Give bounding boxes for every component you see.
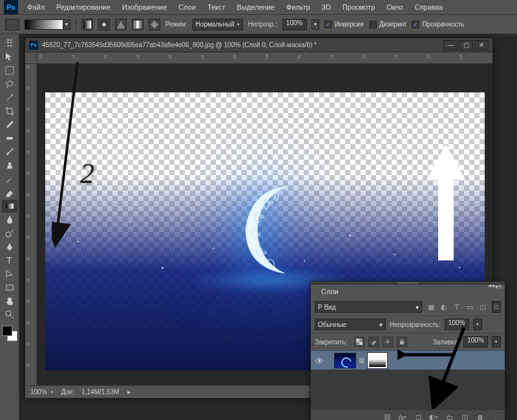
visibility-toggle[interactable] [313,355,325,366]
new-group-button[interactable]: 🗀 [444,412,454,421]
filter-pixel-icon[interactable]: ▦ [426,302,436,312]
gradient-linear-button[interactable] [81,19,93,30]
menu-image[interactable]: Изображение [117,1,172,13]
gradient-radial-button[interactable] [98,19,110,30]
ruler-origin[interactable] [25,52,37,64]
path-select-tool[interactable] [2,268,17,280]
window-minimize-button[interactable]: — [443,40,458,50]
eyedropper-tool[interactable] [2,118,17,131]
menu-text[interactable]: Текст [202,1,231,13]
layers-tab[interactable]: Слои [316,286,344,297]
layer-thumbnail[interactable] [334,353,356,368]
blur-tool[interactable] [2,213,17,226]
pen-tool[interactable] [2,240,17,253]
status-caret-icon[interactable]: ▸ [127,388,131,395]
rectangle-tool[interactable] [2,281,17,294]
svg-rect-17 [359,342,363,345]
type-tool[interactable]: T [2,254,17,267]
svg-rect-16 [356,339,359,342]
filter-smart-icon[interactable]: ◫ [478,302,488,312]
color-swatches[interactable] [2,326,17,341]
lock-all-button[interactable] [397,337,407,347]
docsize-label: Док: [61,388,74,395]
fill-input[interactable]: 100% [463,336,488,348]
reverse-checkbox[interactable]: ✓Инверсия [324,21,364,28]
tab-grip-icon[interactable]: ⠿ [2,37,17,50]
move-tool[interactable] [2,50,17,63]
dodge-tool[interactable] [2,227,17,240]
zoom-level[interactable]: 100% [30,388,47,395]
opacity-input-panel[interactable]: 100% [445,319,469,330]
svg-rect-6 [6,204,14,209]
layer-fx-button[interactable]: fx▾ [397,412,408,421]
blend-mode-select-panel[interactable]: Обычные▾ [315,319,386,330]
gradient-dropdown[interactable]: ▾ [63,19,70,30]
crop-tool[interactable] [2,105,17,118]
gradient-diamond-button[interactable] [149,19,160,30]
window-close-button[interactable]: ✕ [474,40,489,50]
adjustment-layer-button[interactable]: ◐▾ [428,412,439,421]
add-mask-button[interactable]: ◻ [413,412,423,421]
foreground-color-swatch[interactable] [2,326,12,336]
filter-toggle[interactable]: ▢ [492,301,501,313]
delete-layer-button[interactable]: 🗑 [475,412,485,421]
healing-brush-tool[interactable] [2,132,17,145]
fill-dropdown[interactable]: ▾ [492,336,501,348]
menu-layers[interactable]: Слои [173,1,201,13]
panel-menu-icon[interactable]: ▾≡ [495,283,502,290]
filter-shape-icon[interactable]: ▭ [465,302,475,312]
menu-bar: Ps Файл Редактирование Изображение Слои … [0,0,517,15]
menu-help[interactable]: Справка [410,1,448,13]
history-brush-tool[interactable] [2,173,17,185]
horizontal-ruler[interactable]: 05050505050505 [37,52,492,64]
layer-row[interactable]: ⛓ [311,351,505,370]
clone-stamp-tool[interactable] [2,159,17,172]
filter-adjustment-icon[interactable]: ◐ [439,302,449,312]
menu-filter[interactable]: Фильтр [281,1,315,13]
panel-collapse-icon[interactable]: ◂◂ [488,282,494,289]
menu-window[interactable]: Окно [381,1,408,13]
layer-filter-kind[interactable]: Р Вид▾ [315,301,422,313]
menu-edit[interactable]: Редактирование [51,1,116,13]
vertical-ruler[interactable]: 505050505050505 [25,52,37,385]
hand-tool[interactable] [2,295,17,308]
mask-thumbnail[interactable] [368,353,387,368]
document-titlebar[interactable]: Ps 45820_77_7c763545d35609d05ea77ab43a8e… [25,38,492,52]
dither-checkbox[interactable]: Дизеринг [369,21,407,28]
svg-rect-18 [400,341,404,344]
blend-mode-select[interactable]: Нормальный▾ [193,19,243,30]
panel-resize-grip[interactable]: ⋰ [491,412,501,421]
menu-select[interactable]: Выделение [232,1,280,13]
gradient-reflected-button[interactable] [132,19,143,30]
opacity-input[interactable]: 100% [282,19,307,30]
mask-link-icon[interactable]: ⛓ [359,357,365,364]
lock-transparency-button[interactable] [354,337,364,347]
workspace: Ps 45820_77_7c763545d35609d05ea77ab43a8e… [19,34,517,420]
gradient-preview[interactable] [25,19,63,30]
menu-file[interactable]: Файл [22,1,50,13]
opacity-dropdown-panel[interactable]: ▾ [473,319,482,330]
options-bar: ▾ Режим: Нормальный▾ Непрозр.: 100% ▾ ✓И… [0,15,517,34]
lock-position-button[interactable] [383,337,393,347]
filter-type-icon[interactable]: T [452,302,462,312]
mode-label: Режим: [165,21,187,28]
gradient-angle-button[interactable] [115,19,127,30]
gradient-tool[interactable] [2,200,17,213]
lock-pixels-button[interactable] [368,337,379,347]
tool-preset-picker[interactable] [5,19,19,30]
svg-rect-0 [83,21,91,28]
transparency-checkbox[interactable]: ✓Прозрачность [412,21,464,28]
magic-wand-tool[interactable] [2,91,17,104]
menu-3d[interactable]: 3D [317,1,336,13]
new-layer-button[interactable]: ◫ [459,412,470,421]
lasso-tool[interactable] [2,78,17,90]
eraser-tool[interactable] [2,186,17,199]
link-layers-button[interactable]: ⛓ [382,412,392,421]
opacity-dropdown[interactable]: ▾ [311,19,319,30]
marquee-tool[interactable] [2,64,17,77]
zoom-tool[interactable] [2,308,17,321]
window-maximize-button[interactable]: ▢ [459,40,473,50]
brush-tool[interactable] [2,145,17,158]
zoom-caret-icon[interactable]: ▾ [51,390,54,395]
menu-view[interactable]: Просмотр [337,1,380,13]
